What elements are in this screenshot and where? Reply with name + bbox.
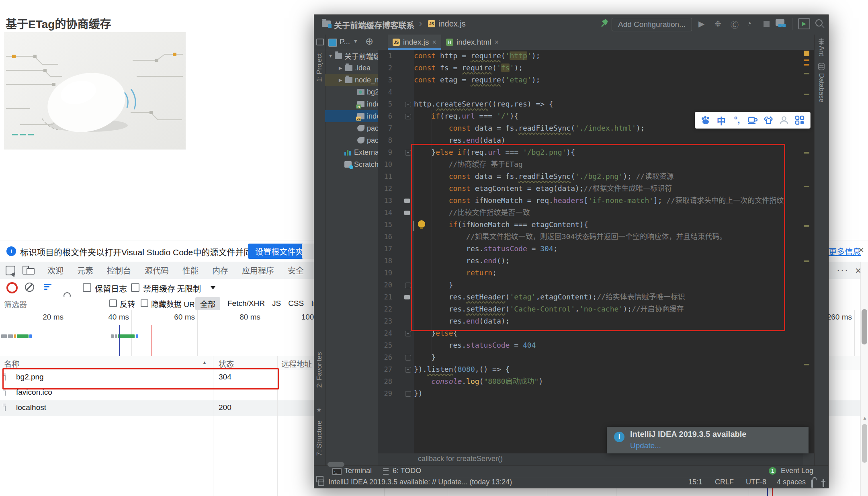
disable-cache-checkbox[interactable] — [131, 283, 139, 292]
code-line[interactable]: if(req.url === '/'){ — [414, 110, 518, 122]
filter-icon[interactable] — [44, 284, 51, 291]
devtools-tab-欢迎[interactable]: 欢迎 — [47, 264, 63, 276]
stripe-mark[interactable] — [804, 64, 809, 66]
code-line[interactable]: const fs = require('fs'); — [414, 62, 523, 74]
terminal-icon[interactable]: ›_ — [332, 468, 342, 475]
tree-item-bg2.png[interactable]: bg2.png — [325, 86, 378, 98]
column-name[interactable]: 名称 — [4, 358, 19, 369]
scrollbar-up-icon[interactable]: ▲ — [862, 415, 867, 421]
stripe-favorites-label[interactable]: 2: Favorites — [315, 352, 323, 388]
resource-chip-全部[interactable]: 全部 — [195, 297, 220, 310]
code-line[interactable]: const etag = require('etag'); — [414, 74, 540, 86]
favorites-star-icon[interactable]: ★ — [316, 406, 321, 414]
hide-data-urls-checkbox[interactable] — [141, 299, 148, 307]
gutter-mark-icon[interactable] — [404, 199, 410, 203]
fold-end-icon[interactable] — [405, 391, 411, 397]
devtools-tab-源代码[interactable]: 源代码 — [145, 264, 169, 276]
run-folder-icon[interactable] — [776, 19, 784, 26]
code-line[interactable]: res.statusCode = 404 — [414, 339, 536, 351]
fold-icon[interactable]: − — [405, 331, 411, 336]
resource-chip-CSS[interactable]: CSS — [288, 299, 304, 308]
window-icon[interactable] — [318, 480, 324, 486]
infobar-close-icon[interactable]: × — [858, 244, 864, 256]
request-name[interactable]: localhost — [16, 403, 46, 412]
build-hammer-icon[interactable] — [600, 18, 610, 28]
fold-icon[interactable]: − — [405, 367, 411, 373]
add-configuration-dropdown[interactable]: Add Configuration... — [612, 18, 692, 31]
devtools-tab-应用程序[interactable]: 应用程序 — [242, 264, 274, 276]
debug-icon[interactable]: ❉ — [714, 19, 721, 29]
tab-close-icon[interactable]: × — [495, 38, 499, 47]
gutter-mark-icon[interactable] — [404, 211, 410, 215]
browser-scrollbar[interactable]: ▲ — [860, 262, 868, 496]
fold-end-icon[interactable] — [405, 355, 411, 361]
breadcrumb-file[interactable]: index.js — [438, 19, 466, 29]
code-line[interactable]: }).listen(8080,() => { — [414, 363, 510, 375]
fold-icon[interactable]: − — [405, 114, 411, 119]
column-remote-address[interactable]: 远程地址 — [281, 358, 312, 369]
stripe-mark[interactable] — [804, 51, 809, 56]
file-encoding[interactable]: UTF-8 — [746, 478, 766, 486]
panel-title[interactable]: P... — [340, 37, 350, 46]
indent-setting[interactable]: 4 spaces — [777, 478, 806, 486]
tree-item-package-lock.json[interactable]: package-lock.json — [325, 134, 378, 146]
scrollbar-thumb[interactable] — [862, 309, 867, 344]
inspect-element-icon[interactable] — [6, 266, 15, 275]
stripe-mark[interactable] — [804, 73, 809, 74]
readonly-lock-icon[interactable] — [811, 480, 813, 488]
code-line[interactable]: const data = fs.readFileSync('./index.ht… — [414, 122, 645, 134]
record-icon[interactable] — [6, 282, 18, 293]
line-separator[interactable]: CRLF — [715, 478, 734, 486]
stripe-mark[interactable] — [804, 260, 809, 262]
tree-arrow-icon[interactable]: ▶ — [339, 78, 345, 83]
tree-item-index.html[interactable]: Hindex.html — [325, 98, 378, 110]
tree-item-package.json[interactable]: package.json — [325, 122, 378, 134]
devtools-more-icon[interactable]: ··· — [837, 264, 849, 275]
ide-face-icon[interactable] — [823, 479, 824, 487]
resource-chip-JS[interactable]: JS — [272, 299, 281, 308]
notification-update-link[interactable]: Update... — [630, 441, 661, 450]
tree-item-Scratches and Consoles[interactable]: Scratches and Consoles — [325, 158, 378, 170]
todo-button[interactable]: 6: TODO — [393, 467, 421, 475]
set-root-folder-button[interactable]: 设置根文件夹 — [248, 244, 311, 259]
ime-punct-icon[interactable]: °, — [731, 114, 743, 127]
ime-user-icon[interactable] — [778, 114, 790, 127]
devtools-tab-安全[interactable]: 安全 — [288, 264, 304, 276]
fold-icon[interactable]: − — [405, 150, 411, 156]
devtools-tab-内存[interactable]: 内存 — [212, 264, 228, 276]
code-line[interactable]: } — [414, 351, 436, 363]
run-icon[interactable]: ▶ — [698, 19, 704, 29]
tree-item-.idea[interactable]: ▶.idea — [325, 62, 378, 74]
code-line[interactable]: const http = require('http'); — [414, 50, 540, 62]
todo-icon[interactable] — [383, 468, 389, 475]
throttling-caret-icon[interactable] — [211, 286, 215, 289]
stripe-mark[interactable] — [804, 152, 809, 154]
stripe-mark[interactable] — [804, 225, 809, 227]
fold-icon[interactable]: − — [405, 102, 411, 107]
preserve-log-checkbox[interactable] — [83, 283, 91, 292]
stripe-ant-label[interactable]: Ant — [817, 46, 825, 56]
profiler-icon[interactable]: ◔ — [747, 19, 751, 28]
stripe-mark[interactable] — [804, 364, 809, 365]
more-info-link[interactable]: 更多信息 — [829, 246, 861, 257]
gutter-mark-icon[interactable] — [404, 295, 410, 299]
ime-zh-icon[interactable]: 中 — [715, 114, 728, 127]
stripe-project-label[interactable]: 1: Project — [315, 53, 323, 82]
tree-arrow-icon[interactable]: ▶ — [339, 66, 345, 71]
code-line[interactable]: }) — [414, 387, 423, 400]
tab-close-icon[interactable]: × — [432, 38, 436, 47]
devtools-tab-控制台[interactable]: 控制台 — [107, 264, 131, 276]
stripe-mark[interactable] — [804, 186, 809, 187]
stripe-mark[interactable] — [804, 94, 809, 95]
locate-file-icon[interactable]: ⊕ — [365, 36, 373, 47]
breadcrumb-project[interactable]: 关于前端缓存博客联系 — [334, 19, 414, 31]
ant-icon[interactable] — [818, 38, 825, 45]
ime-cup-icon[interactable] — [746, 114, 759, 127]
devtools-tab-性能[interactable]: 性能 — [182, 264, 199, 276]
devtools-tab-元素[interactable]: 元素 — [77, 264, 93, 276]
panel-hscrollbar[interactable] — [328, 462, 344, 467]
editor-tab-index.js[interactable]: JSindex.js× — [388, 35, 441, 50]
tree-arrow-icon[interactable]: ▼ — [328, 53, 335, 58]
terminal-button[interactable]: Terminal — [344, 467, 372, 475]
scrollbar-thumb[interactable] — [862, 424, 867, 463]
